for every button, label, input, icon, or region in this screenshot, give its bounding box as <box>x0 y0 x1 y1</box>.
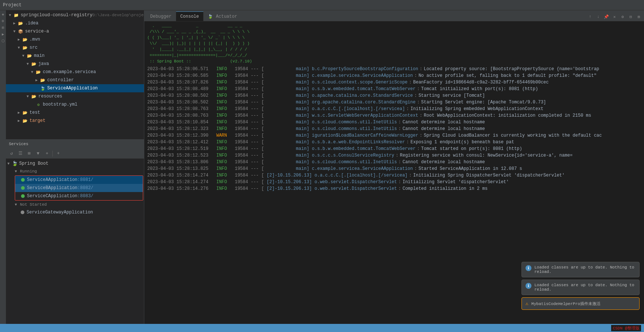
toolbar-btn-filter[interactable]: ▼ <box>34 150 42 158</box>
service-item-b[interactable]: ServiceBApplication :8082/ <box>15 184 143 192</box>
notification-text-2: Loaded classes are up to date. Nothing t… <box>534 283 636 292</box>
toolbar-btn-list[interactable]: ☰ <box>16 150 24 158</box>
side-icon-1[interactable]: ◈ <box>0 12 6 17</box>
banner-line-3: ( ( )\___| '_ | '_| | '_ \/ _` | \ \ \ \ <box>147 35 641 41</box>
toolbar-up-btn[interactable]: ↑ <box>586 13 594 20</box>
toolbar-btn-add[interactable]: + <box>54 150 62 158</box>
service-status-dot <box>21 178 25 182</box>
log-line: 2023-04-03 15:28:13.825 INFO 19584 --- [… <box>147 165 641 172</box>
folder-icon: 📂 <box>31 61 37 67</box>
expand-arrow: ▶ <box>13 21 18 25</box>
module-icon: 📦 <box>18 28 24 34</box>
service-item-a[interactable]: ServiceAApplication :8081/ <box>15 176 143 184</box>
banner-line-6: =========|_|===============|___/=/_/_/_/ <box>147 52 641 58</box>
status-text: CSDN @整理版 <box>611 325 641 331</box>
side-icon-2[interactable]: ⚙ <box>0 18 6 24</box>
file-tree: ▼ 📁 springcloud-consul-registry D:\Java-… <box>6 10 144 139</box>
services-toolbar: ↺ ☰ ⊞ ▼ ⌖ + <box>6 148 144 159</box>
log-line: 2023-04-03 15:28:06.585 INFO 19584 --- [… <box>147 72 641 79</box>
tree-item-test[interactable]: ▶ 📂 test <box>6 109 144 117</box>
tree-label: ServiceAApplication <box>47 86 98 91</box>
running-header: ▼ Running <box>12 168 144 175</box>
service-item-gateway[interactable]: ServiceGatewayApplication <box>12 208 144 216</box>
banner-line-7: :: Spring Boot :: (v2.7.10) <box>147 58 641 64</box>
toolbar-down-btn[interactable]: ↓ <box>595 13 602 20</box>
tree-item-service-a[interactable]: ▼ 📦 service-a <box>6 27 144 35</box>
toolbar-grid-btn[interactable]: ⊞ <box>635 13 643 20</box>
side-icon-3[interactable]: ⊞ <box>0 25 6 30</box>
expand-arrow: ▶ <box>35 78 40 82</box>
tree-label: resources <box>38 94 62 99</box>
tree-label: .idea <box>25 21 38 26</box>
log-line: 2023-04-03 15:28:06.571 INFO 19584 --- [… <box>147 66 641 72</box>
toolbar-layout-btn[interactable]: ⊟ <box>627 13 634 20</box>
project-root[interactable]: ▼ 📁 springcloud-consul-registry D:\Java-… <box>6 11 144 19</box>
tree-label: test <box>30 110 40 115</box>
tree-item-java[interactable]: ▼ 📂 java <box>6 60 144 68</box>
expand-arrow: ▶ <box>18 37 22 42</box>
tab-console-label: Console <box>180 14 199 19</box>
folder-icon: 📂 <box>40 77 46 83</box>
service-name: ServiceBApplication <box>27 185 78 191</box>
toolbar-separator <box>52 151 53 157</box>
tree-label: src <box>30 45 38 50</box>
log-line: 2023-04-03 15:28:12.519 INFO 19584 --- [… <box>147 146 641 152</box>
toolbar-btn-search[interactable]: ⌖ <box>43 150 51 158</box>
side-icon-5[interactable]: ⬡ <box>0 38 6 44</box>
services-section: Services ↺ ☰ ⊞ ▼ ⌖ + ▼ 🍃 Spring Boot <box>6 139 144 324</box>
log-line: 2023-04-03 15:28:10.854 INFO 19584 --- [… <box>147 119 641 126</box>
spring-icon: 🍃 <box>40 85 46 91</box>
folder-icon: 📂 <box>18 20 24 26</box>
tree-item-idea[interactable]: ▶ 📂 .idea <box>6 19 144 27</box>
not-started-header: ▼ Not Started <box>12 201 144 208</box>
notifications-container: ℹ Loaded classes are up to date. Nothing… <box>521 262 640 310</box>
service-name: ServiceGatewayApplication <box>27 210 93 215</box>
tree-item-resources[interactable]: ▼ 📂 resources <box>6 92 144 100</box>
tree-label: java <box>38 61 49 66</box>
toolbar-clear-btn[interactable]: ✕ <box>611 13 618 20</box>
folder-icon: 📂 <box>22 37 28 42</box>
toolbar-btn-grid[interactable]: ⊞ <box>25 150 33 158</box>
tab-console[interactable]: Console <box>176 11 203 21</box>
expand-arrow <box>31 103 35 107</box>
spring-boot-group-header[interactable]: ▼ 🍃 Spring Boot <box>6 160 144 168</box>
expand-arrow: ▼ <box>13 30 18 34</box>
log-line: 2023-04-03 15:28:12.523 INFO 19584 --- [… <box>147 152 641 159</box>
tree-item-controller[interactable]: ▶ 📂 controller <box>6 76 144 84</box>
service-status-dot <box>21 186 25 190</box>
tree-item-main[interactable]: ▼ 📂 main <box>6 52 144 60</box>
service-item-c[interactable]: ServiceCApplication :8083/ <box>15 192 143 200</box>
tree-label: service-a <box>25 29 49 34</box>
services-content: ▼ 🍃 Spring Boot ▼ Running ServiceAApplic <box>6 159 144 324</box>
side-icon-4[interactable]: ▶ <box>0 32 6 37</box>
tree-item-service-a-app[interactable]: 🍃 ServiceAApplication <box>6 84 144 92</box>
expand-arrow: ▼ <box>27 95 31 99</box>
expand-arrow: ▶ <box>18 110 22 115</box>
toolbar-settings-btn[interactable]: ⚙ <box>619 13 626 20</box>
tree-item-target[interactable]: ▶ 📂 target <box>6 117 144 125</box>
tree-item-src[interactable]: ▼ 📂 src <box>6 44 144 52</box>
banner-line-4: \\/ ___)| |_)| | | | | || (_| | ) ) ) ) <box>147 41 641 47</box>
banner-line-5: ' |____| .__|_| |_|_| |_\__, | / / / / <box>147 47 641 52</box>
tree-label: target <box>30 118 45 123</box>
tab-debugger[interactable]: Debugger <box>146 11 176 21</box>
folder-icon: 📂 <box>22 118 28 124</box>
toolbar-pin-btn[interactable]: 📌 <box>603 13 610 20</box>
tree-item-package[interactable]: ▼ 📂 com.example.servicea <box>6 68 144 76</box>
expand-arrow: ▼ <box>22 54 27 58</box>
expand-arrow: ▼ <box>18 46 22 50</box>
banner-line-1: . ____ _ __ _ _ <box>147 23 641 29</box>
mybatis-text: MybatisCodeHelperPro插件未激活 <box>531 301 600 307</box>
warning-icon: ⚠ <box>526 301 528 307</box>
tab-debugger-label: Debugger <box>150 14 172 19</box>
tab-actuator[interactable]: 🍃 Actuator <box>203 11 242 21</box>
running-label: Running <box>20 169 37 174</box>
tree-item-bootstrap-yml[interactable]: ⚙ bootstrap.yml <box>6 100 144 109</box>
toolbar-btn-restart[interactable]: ↺ <box>7 150 16 158</box>
running-group: ▼ Running ServiceAApplication :8081/ Ser… <box>6 168 144 201</box>
notification-icon-1: ℹ <box>526 265 531 271</box>
tree-item-mvn[interactable]: ▶ 📂 .mvn <box>6 35 144 44</box>
status-bar: CSDN @整理版 <box>0 324 644 332</box>
log-line: 2023-04-03 15:28:14.274 INFO 19584 --- [… <box>147 172 641 179</box>
log-line: 2023-04-03 15:28:08.502 INFO 19584 --- [… <box>147 92 641 99</box>
